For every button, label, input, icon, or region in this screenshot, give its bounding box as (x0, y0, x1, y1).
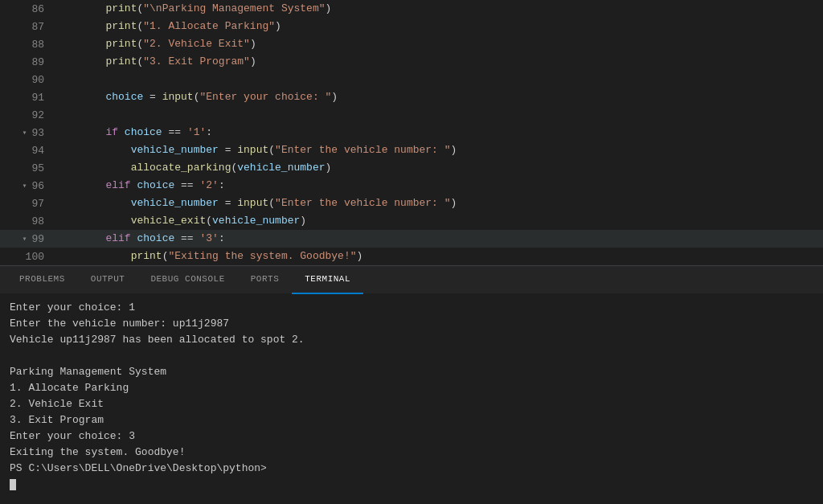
line-number: 95 (0, 162, 52, 174)
code-token: print (105, 55, 137, 68)
line-num-text: 99 (31, 233, 44, 245)
terminal-line: 3. Exit Program (10, 412, 813, 428)
terminal-line: Exiting the system. Goodbye! (10, 445, 813, 461)
code-token: ) (331, 91, 338, 103)
code-token: print (105, 2, 137, 14)
code-token: '1' (187, 126, 206, 138)
line-num-text: 98 (31, 215, 44, 227)
line-content: vehicle_number = input("Enter the vehicl… (52, 195, 823, 212)
panel-tab-output[interactable]: OUTPUT (78, 266, 138, 294)
code-token: if (105, 126, 118, 138)
panel-tab-terminal[interactable]: TERMINAL (292, 266, 363, 294)
code-token: vehicle_number (131, 144, 219, 156)
line-num-text: 94 (31, 145, 44, 157)
line-number: ▾96 (0, 180, 52, 192)
line-number: 92 (0, 109, 52, 121)
code-token: == (174, 232, 199, 244)
code-token (55, 197, 131, 209)
line-content: allocate_parking(vehicle_number) (52, 159, 823, 177)
code-token: ) (300, 215, 306, 227)
terminal-section[interactable]: Enter your choice: 1Enter the vehicle nu… (0, 293, 823, 504)
code-token: ) (357, 250, 363, 262)
line-number: 94 (0, 145, 52, 157)
panel-tab-debug-console[interactable]: DEBUG CONSOLE (137, 266, 237, 294)
code-line-92: 92 (0, 106, 823, 124)
panel-tabs: PROBLEMSOUTPUTDEBUG CONSOLEPORTSTERMINAL (0, 265, 823, 293)
code-token (55, 2, 105, 14)
line-number: 91 (0, 92, 52, 104)
terminal-prompt: PS C:\Users\DELL\OneDrive\Desktop\python… (10, 461, 813, 477)
code-token: ) (275, 20, 281, 32)
code-token: vehicle_exit (131, 215, 207, 227)
line-number: 98 (0, 215, 52, 227)
code-token (55, 250, 131, 262)
line-content: elif choice == '2': (52, 177, 823, 195)
code-token: '3' (199, 232, 218, 244)
code-token: choice (125, 126, 162, 138)
code-token: ) (326, 2, 332, 14)
code-token: print (131, 250, 162, 262)
code-token: choice (137, 232, 174, 244)
code-token (55, 144, 131, 156)
fold-arrow[interactable]: ▾ (18, 234, 30, 244)
code-token: choice (137, 179, 174, 191)
line-content: print("2. Vehicle Exit") (52, 35, 823, 53)
code-token: : (206, 126, 212, 138)
code-token (55, 126, 105, 138)
fold-arrow[interactable]: ▾ (18, 181, 30, 191)
line-number: 86 (0, 3, 52, 15)
code-line-86: 86 print("\nParking Management System") (0, 0, 823, 18)
line-num-text: 95 (31, 162, 44, 174)
line-num-text: 97 (31, 198, 44, 210)
terminal-line: Enter your choice: 1 (10, 300, 813, 316)
terminal-line: Vehicle up11j2987 has been allocated to … (10, 332, 813, 348)
code-token (55, 38, 105, 50)
code-line-88: 88 print("2. Vehicle Exit") (0, 35, 823, 53)
code-token: print (105, 20, 137, 32)
line-num-text: 100 (26, 251, 44, 263)
terminal-empty-line (10, 348, 813, 364)
fold-arrow[interactable]: ▾ (18, 128, 30, 137)
line-content: choice = input("Enter your choice: ") (52, 88, 823, 106)
code-token: == (174, 179, 199, 191)
terminal-line: 1. Allocate Parking (10, 380, 813, 396)
line-num-text: 89 (31, 56, 44, 68)
line-num-text: 88 (31, 39, 44, 51)
code-token: print (105, 38, 137, 50)
line-number: ▾93 (0, 127, 52, 139)
panel-tab-problems[interactable]: PROBLEMS (6, 266, 78, 294)
code-line-93: ▾93 if choice == '1': (0, 124, 823, 141)
code-token: vehicle_number (237, 162, 325, 174)
code-token (55, 20, 105, 32)
code-token: "3. Exit Program" (143, 55, 250, 68)
code-token (118, 126, 125, 138)
terminal-line: 2. Vehicle Exit (10, 396, 813, 412)
code-line-90: 90 (0, 71, 823, 88)
line-content: elif choice == '3': (52, 230, 823, 248)
line-num-text: 91 (31, 92, 44, 104)
code-token: = (143, 91, 162, 103)
code-line-89: 89 print("3. Exit Program") (0, 53, 823, 71)
terminal-line: Enter your choice: 3 (10, 428, 813, 445)
line-num-text: 86 (31, 3, 44, 15)
line-content: if choice == '1': (52, 124, 823, 141)
code-token: "Enter the vehicle number: " (275, 144, 450, 156)
code-token (55, 91, 105, 103)
code-token: ( (268, 197, 275, 209)
code-token: elif (105, 232, 130, 244)
code-token (55, 215, 131, 227)
line-num-text: 90 (31, 74, 44, 86)
code-token: "Enter your choice: " (199, 91, 331, 103)
editor-section: 86 print("\nParking Management System")8… (0, 0, 823, 265)
code-token (55, 162, 131, 174)
line-num-text: 92 (31, 109, 44, 121)
terminal-line: Enter the vehicle number: up11j2987 (10, 316, 813, 332)
line-number: 90 (0, 74, 52, 86)
code-token: : (219, 232, 225, 244)
line-number: ▾99 (0, 233, 52, 245)
panel-tab-ports[interactable]: PORTS (238, 266, 293, 294)
code-lines: 86 print("\nParking Management System")8… (0, 0, 823, 265)
line-content: print("3. Exit Program") (52, 53, 823, 71)
code-token (55, 232, 105, 244)
code-token: input (162, 91, 194, 103)
